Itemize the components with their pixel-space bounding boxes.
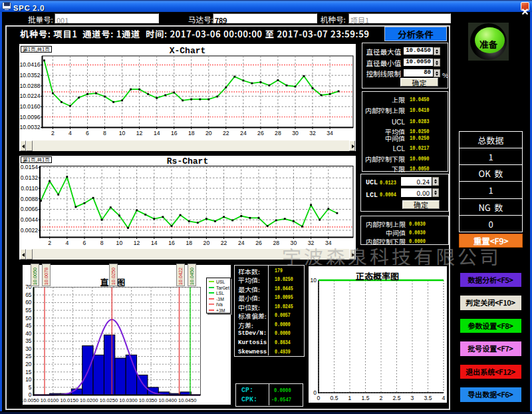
svg-text:1: 1 <box>348 395 351 401</box>
svg-text:20: 20 <box>205 130 212 136</box>
svg-text:40: 40 <box>25 329 32 336</box>
svg-text:1.5: 1.5 <box>361 395 369 401</box>
svg-text:0: 0 <box>313 389 317 396</box>
svg-text:22: 22 <box>223 130 229 136</box>
svg-text:10: 10 <box>116 240 123 246</box>
svg-text:0.0088: 0.0088 <box>21 196 39 202</box>
svg-text:10.0150: 10.0150 <box>60 397 78 403</box>
svg-text:65: 65 <box>25 291 32 298</box>
svg-text:22: 22 <box>221 240 227 246</box>
svg-text:15: 15 <box>25 368 32 375</box>
svg-text:20: 20 <box>203 240 210 246</box>
svg-text:24: 24 <box>238 240 245 246</box>
svg-text:24: 24 <box>240 130 247 136</box>
svg-text:4: 4 <box>442 395 445 401</box>
svg-text:16: 16 <box>171 130 178 136</box>
svg-text:26: 26 <box>257 130 264 136</box>
svg-text:10.0450: 10.0450 <box>178 397 196 403</box>
svg-text:8: 8 <box>103 130 106 136</box>
svg-text:4: 4 <box>68 130 72 136</box>
svg-text:10.0400: 10.0400 <box>158 397 176 403</box>
svg-text:10.0032: 10.0032 <box>19 124 40 130</box>
svg-text:10: 10 <box>25 376 32 383</box>
svg-text:0.0044: 0.0044 <box>21 216 39 223</box>
svg-text:10.0250: 10.0250 <box>100 397 118 403</box>
svg-text:0.5: 0.5 <box>330 395 338 401</box>
svg-text:35: 35 <box>25 337 32 344</box>
svg-text:25: 25 <box>25 353 32 359</box>
svg-text:10.0096: 10.0096 <box>19 114 40 120</box>
svg-text:6: 6 <box>86 130 89 136</box>
svg-text:26: 26 <box>255 240 262 246</box>
svg-text:0.0110: 0.0110 <box>21 185 38 192</box>
svg-text:3: 3 <box>410 395 414 401</box>
svg-text:10.0288: 10.0288 <box>19 83 40 89</box>
svg-text:55: 55 <box>25 307 32 313</box>
svg-text:10: 10 <box>119 130 126 136</box>
svg-text:10.0300: 10.0300 <box>119 397 137 403</box>
svg-text:10.0416: 10.0416 <box>19 61 40 68</box>
svg-text:10.0200: 10.0200 <box>80 397 98 403</box>
svg-text:0: 0 <box>317 395 320 401</box>
svg-text:14: 14 <box>154 130 160 136</box>
svg-text:18: 18 <box>186 240 192 246</box>
svg-text:30: 30 <box>292 130 299 136</box>
svg-text:10.0050: 10.0050 <box>23 397 39 403</box>
svg-text:4: 4 <box>65 240 68 246</box>
svg-text:60: 60 <box>25 299 32 306</box>
svg-text:28: 28 <box>275 130 281 136</box>
svg-text:5: 5 <box>29 383 32 390</box>
svg-text:30: 30 <box>25 345 32 351</box>
svg-text:16: 16 <box>168 240 175 246</box>
svg-text:2: 2 <box>379 395 382 401</box>
svg-text:8: 8 <box>100 240 104 246</box>
svg-text:10.0160: 10.0160 <box>19 103 40 110</box>
svg-text:10.0224: 10.0224 <box>19 93 40 99</box>
svg-text:10.0350: 10.0350 <box>139 397 157 403</box>
svg-text:0.0132: 0.0132 <box>21 174 39 181</box>
svg-text:45: 45 <box>25 322 32 329</box>
svg-text:20: 20 <box>25 361 32 367</box>
svg-text:10.0100: 10.0100 <box>41 397 59 403</box>
svg-text:6: 6 <box>83 240 86 246</box>
svg-text:12: 12 <box>136 130 143 136</box>
svg-text:2: 2 <box>51 130 55 136</box>
svg-text:2.5: 2.5 <box>392 395 400 401</box>
svg-text:10.0352: 10.0352 <box>19 72 40 79</box>
svg-text:28: 28 <box>273 240 279 246</box>
svg-text:0.0022: 0.0022 <box>21 227 39 234</box>
svg-text:32: 32 <box>309 130 316 136</box>
svg-text:18: 18 <box>188 130 195 136</box>
svg-text:12: 12 <box>134 240 140 246</box>
svg-text:34: 34 <box>327 130 333 136</box>
svg-text:3.5: 3.5 <box>424 395 432 401</box>
svg-text:2: 2 <box>48 240 51 246</box>
svg-text:0.0066: 0.0066 <box>21 206 39 212</box>
svg-text:50: 50 <box>25 314 32 321</box>
svg-text:14: 14 <box>151 240 158 246</box>
